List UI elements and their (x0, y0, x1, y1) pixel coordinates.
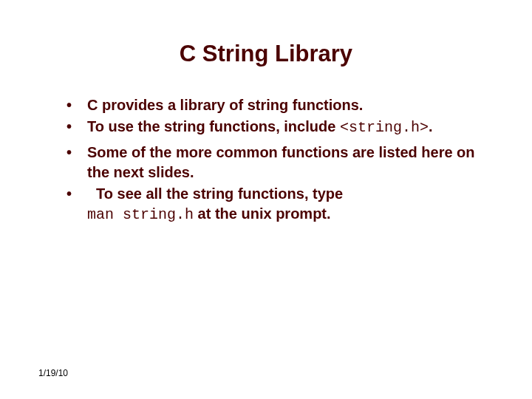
list-item: Some of the more common functions are li… (66, 143, 488, 183)
bullet-text: To see all the string functions, type (87, 185, 343, 202)
list-item: To see all the string functions, type ma… (66, 184, 488, 225)
bullet-text: . (429, 118, 433, 134)
code-text: man string.h (87, 206, 194, 223)
bullet-text: To use the string functions, include (87, 118, 340, 134)
list-item: C provides a library of string functions… (66, 95, 488, 115)
bullet-list: C provides a library of string functions… (44, 95, 488, 225)
footer-date: 1/19/10 (38, 368, 68, 378)
slide-title: C String Library (44, 41, 488, 67)
list-item: To use the string functions, include <st… (66, 117, 488, 137)
code-text: <string.h> (340, 119, 429, 136)
bullet-text: at the unix prompt. (194, 205, 331, 222)
